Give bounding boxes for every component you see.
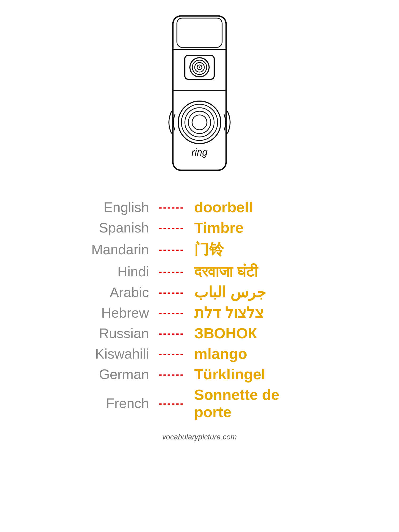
language-label: Kiswahili — [80, 346, 154, 362]
separator-dashes: ------ — [154, 348, 189, 359]
translation-text: दरवाजा घंटी — [189, 263, 319, 280]
doorbell-svg: ring — [157, 11, 242, 181]
language-label: French — [80, 395, 154, 411]
translation-text: צלצול דלת — [189, 304, 319, 321]
translation-text: Türklingel — [189, 365, 319, 383]
vocab-row: English------doorbell — [80, 197, 319, 217]
translation-text: Timbre — [189, 219, 319, 236]
svg-rect-2 — [177, 18, 222, 47]
translation-text: doorbell — [189, 198, 319, 216]
svg-point-14 — [192, 115, 207, 130]
language-label: English — [80, 199, 154, 215]
language-label: Arabic — [80, 284, 154, 300]
vocab-row: French------Sonnette de porte — [80, 384, 319, 422]
vocab-row: Spanish------Timbre — [80, 217, 319, 238]
vocabulary-section: English------doorbellSpanish------Timbre… — [0, 197, 399, 422]
separator-dashes: ------ — [154, 202, 189, 213]
vocab-row: Russian------ЗВОНОК — [80, 323, 319, 343]
language-label: Russian — [80, 325, 154, 341]
vocab-row: Hebrew------צלצול דלת — [80, 302, 319, 323]
translation-text: Sonnette de porte — [189, 386, 319, 421]
translation-text: جرس الباب — [189, 284, 319, 301]
separator-dashes: ------ — [154, 369, 189, 380]
separator-dashes: ------ — [154, 287, 189, 298]
vocab-row: Mandarin------门铃 — [80, 238, 319, 261]
translation-text: mlango — [189, 345, 319, 362]
separator-dashes: ------ — [154, 307, 189, 318]
website-footer: vocabularypicture.com — [162, 433, 237, 441]
separator-dashes: ------ — [154, 222, 189, 233]
vocab-row: German------Türklingel — [80, 364, 319, 384]
language-label: German — [80, 366, 154, 382]
separator-dashes: ------ — [154, 244, 189, 255]
translation-text: 门铃 — [189, 239, 319, 260]
vocab-row: Kiswahili------mlango — [80, 343, 319, 364]
doorbell-illustration: ring — [0, 11, 399, 181]
translation-text: ЗВОНОК — [189, 325, 319, 342]
separator-dashes: ------ — [154, 266, 189, 277]
language-label: Spanish — [80, 220, 154, 236]
language-label: Hindi — [80, 264, 154, 280]
vocab-row: Arabic------جرس الباب — [80, 282, 319, 302]
language-label: Mandarin — [80, 242, 154, 257]
vocab-row: Hindi------दरवाजा घंटी — [80, 261, 319, 282]
separator-dashes: ------ — [154, 328, 189, 339]
language-label: Hebrew — [80, 305, 154, 321]
separator-dashes: ------ — [154, 398, 189, 409]
brand-text: ring — [192, 147, 207, 158]
svg-point-8 — [199, 66, 200, 68]
